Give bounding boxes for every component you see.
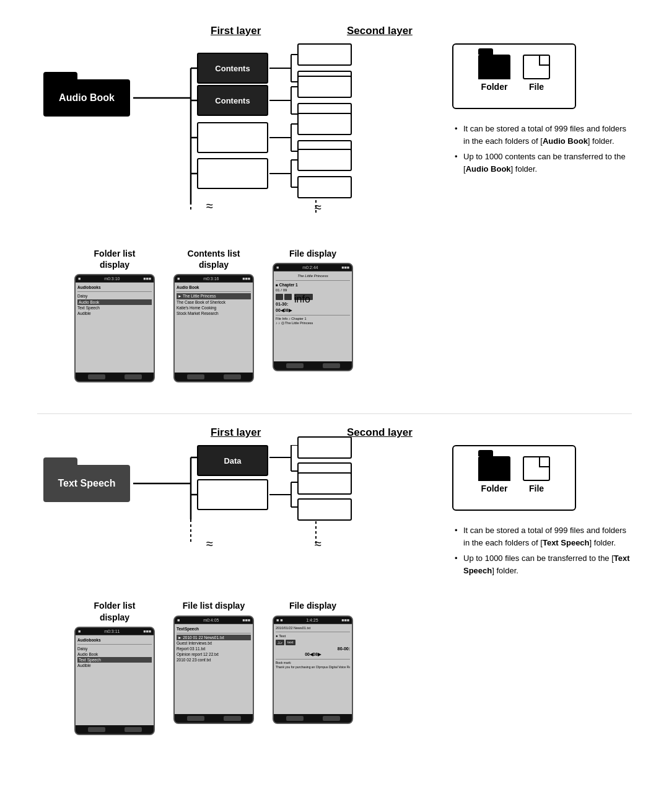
device-folder-list-audio: ■ m0:3:10 ■■■ Audiobooks Daisy Audio Boo… bbox=[74, 274, 155, 382]
device-btn-fl-ts-l[interactable] bbox=[187, 716, 204, 721]
audio-book-top: Audio Book Contents Contents ≈ bbox=[37, 43, 632, 242]
device-btn-file-ts-r[interactable] bbox=[323, 716, 340, 721]
device-btn-r3-audio[interactable] bbox=[323, 363, 340, 368]
second-layer-box-3-0-audio bbox=[297, 149, 352, 171]
device-sep-0 bbox=[77, 291, 152, 292]
device-footer-file-audio bbox=[274, 361, 352, 370]
screenshot-label-folder-ts: Folder list display bbox=[94, 600, 136, 622]
second-layer-box-1-0-ts bbox=[297, 472, 352, 495]
icon-info-badge: info bbox=[294, 294, 313, 300]
device-header-filelist-ts: ■ m0:4:05 ■■■ bbox=[175, 617, 253, 624]
device-sep-ts-2 bbox=[276, 632, 350, 632]
first-layer-label-audio: First layer bbox=[211, 25, 347, 37]
device-header-folder-audio: ■ m0:3:10 ■■■ bbox=[76, 275, 154, 283]
device-row-ts-3: Audible bbox=[77, 663, 152, 668]
device-sep-1 bbox=[177, 291, 251, 292]
device-title-filelist-ts: TextSpeech bbox=[177, 626, 251, 632]
screenshot-contents-list-audio: Contents list display ■ m0:3:16 ■■■ Audi… bbox=[173, 248, 254, 382]
file-icon-ts bbox=[523, 456, 550, 481]
device-row-0-audio: Daisy bbox=[77, 293, 152, 299]
layer-labels-ts: First layer Second layer bbox=[211, 426, 632, 439]
second-layer-box-3-1-audio bbox=[297, 176, 352, 198]
audio-book-tree: Audio Book Contents Contents ≈ bbox=[37, 43, 396, 242]
second-layer-box-1-0-audio bbox=[297, 76, 352, 98]
legend-icons-ts: Folder File bbox=[466, 456, 562, 493]
device-playback-icons-audio: info bbox=[276, 294, 350, 300]
device-row-fl-ts-2: Report 03 11.txt bbox=[177, 646, 251, 651]
device-sep-ts-0 bbox=[77, 644, 152, 645]
file-label-ts: File bbox=[529, 483, 544, 493]
first-layer-box-0-ts: Data bbox=[197, 445, 268, 476]
device-time-contents-audio: m0:3:16 bbox=[203, 276, 219, 281]
wavy-second-audio: ≈ bbox=[315, 201, 321, 213]
root-folder-label-audio: Audio Book bbox=[59, 92, 115, 104]
device-row-ts-2: Text Speech bbox=[77, 657, 152, 663]
second-layer-box-2-0-audio bbox=[297, 113, 352, 135]
audio-book-section: First layer Second layer bbox=[37, 25, 632, 382]
screenshot-label-folder-audio: Folder list display bbox=[94, 248, 136, 270]
legend-box-ts: Folder File bbox=[452, 445, 576, 511]
wavy-first-ts: ≈ bbox=[206, 537, 213, 551]
device-btn-ts-l[interactable] bbox=[88, 727, 105, 732]
file-legend-audio: File bbox=[523, 55, 550, 92]
file-legend-ts: File bbox=[523, 456, 550, 493]
device-btn-l-audio[interactable] bbox=[88, 374, 105, 379]
device-tts-badge: J♩r text bbox=[276, 640, 350, 645]
device-body-folder-ts: Audiobooks Daisy Audio Book Text Speech … bbox=[76, 635, 154, 725]
screenshot-file-list-ts: File list display ■ m0:4:05 ■■■ TextSpee… bbox=[173, 600, 254, 723]
device-btn-l2-audio[interactable] bbox=[187, 374, 204, 379]
right-panel-audio: Folder File It can be stored a total of … bbox=[452, 43, 632, 179]
screenshots-row-audio: Folder list display ■ m0:3:10 ■■■ Audiob… bbox=[74, 248, 632, 382]
second-layer-box-0-0-ts bbox=[297, 436, 352, 459]
device-title-file-audio: The Little Princess bbox=[276, 273, 350, 278]
device-title-contents-audio: Audio Book bbox=[177, 285, 251, 290]
device-btn-r-audio[interactable] bbox=[125, 374, 142, 379]
device-sep-3 bbox=[276, 315, 350, 316]
device-footer-filelist-ts bbox=[175, 714, 253, 723]
folder-label-audio: Folder bbox=[481, 82, 508, 92]
device-footer-folder-audio bbox=[76, 373, 154, 381]
notes-audio: It can be stored a total of 999 files an… bbox=[452, 123, 632, 179]
device-btn-file-ts-l[interactable] bbox=[286, 716, 304, 721]
second-layer-label-audio: Second layer bbox=[347, 25, 446, 37]
device-body-file-ts: 2010/01/22 News01.txt ● Text J♩r text 80… bbox=[274, 624, 352, 714]
device-btn-ts-r[interactable] bbox=[125, 727, 142, 732]
device-sep-ts-3 bbox=[276, 659, 350, 660]
device-contents-list-audio: ■ m0:3:16 ■■■ Audio Book ► The Little Pr… bbox=[173, 274, 254, 382]
device-footer-contents-audio bbox=[175, 373, 253, 381]
device-body-file-audio: The Little Princess ■ Chapter 1 01 / 09 … bbox=[274, 271, 352, 361]
folder-icon-audio bbox=[478, 55, 510, 79]
device-header-contents-audio: ■ m0:3:16 ■■■ bbox=[175, 275, 253, 283]
section-divider bbox=[37, 413, 632, 414]
device-btn-l3-audio[interactable] bbox=[286, 363, 304, 368]
first-layer-box-0-audio: Contents bbox=[197, 53, 268, 84]
legend-box-audio: Folder File bbox=[452, 43, 576, 109]
second-layer-box-1-1-ts bbox=[297, 498, 352, 521]
first-layer-box-1-audio: Contents bbox=[197, 85, 268, 116]
layer-labels-audio: First layer Second layer bbox=[211, 25, 632, 37]
right-panel-ts: Folder File It can be stored a total of … bbox=[452, 445, 632, 580]
icon-play bbox=[284, 294, 292, 300]
first-layer-box-1-ts bbox=[197, 479, 268, 510]
note-audio-1: Up to 1000 contents can be transferred t… bbox=[455, 151, 632, 175]
device-file-display-ts: ■ ■ 1:4:25 ■■■ 2010/01/22 News01.txt ● T… bbox=[273, 616, 353, 724]
wavy-first-audio: ≈ bbox=[206, 200, 213, 212]
file-label-audio: File bbox=[529, 82, 544, 92]
folder-legend-ts: Folder bbox=[478, 456, 510, 493]
device-row-ts-1: Audio Book bbox=[77, 651, 152, 657]
device-file-list-ts: ■ m0:4:05 ■■■ TextSpeech ► 2010 01 22 Ne… bbox=[173, 616, 254, 724]
icon-rewind bbox=[276, 294, 283, 300]
device-row-ts-0: Daisy bbox=[77, 646, 152, 651]
screenshots-row-ts: Folder list display ■ m0:3:11 ■■■ Audiob… bbox=[74, 600, 632, 735]
device-time-folder-ts: m0:3:11 bbox=[104, 629, 120, 633]
text-speech-top: Text Speech Data ≈ ≈ bbox=[37, 445, 632, 594]
root-folder-label-ts: Text Speech bbox=[58, 478, 115, 489]
root-folder-audio: Audio Book bbox=[43, 79, 130, 117]
device-row-fl-ts-3: Opinion report 12 22.txt bbox=[177, 651, 251, 657]
first-layer-box-3-audio bbox=[197, 158, 268, 189]
device-row-2-audio: Text Speech bbox=[77, 305, 152, 311]
device-btn-r2-audio[interactable] bbox=[224, 374, 241, 379]
device-btn-fl-ts-r[interactable] bbox=[224, 716, 241, 721]
device-row-1-audio: Audio Book bbox=[77, 299, 152, 305]
device-body-filelist-ts: TextSpeech ► 2010 01 22 News01.txt Guest… bbox=[175, 624, 253, 714]
